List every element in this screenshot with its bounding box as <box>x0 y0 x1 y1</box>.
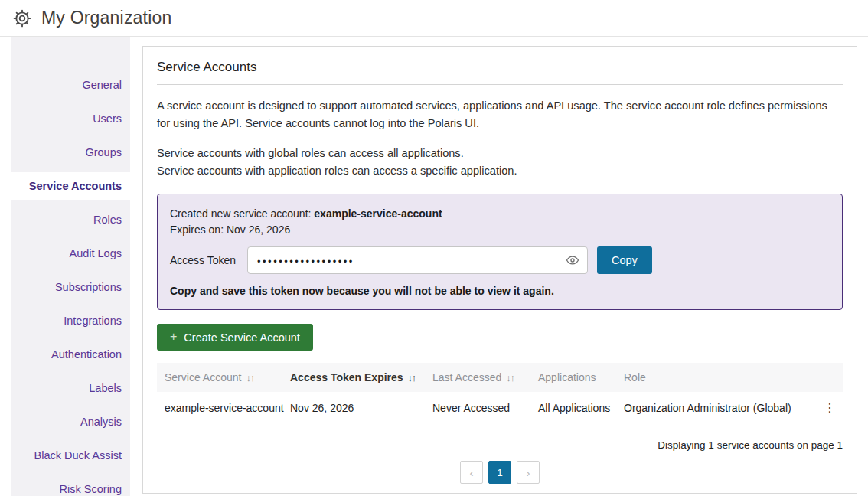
sidebar-item-authentication[interactable]: Authentication <box>11 341 130 368</box>
column-header-service-account[interactable]: Service Account↓↑ <box>157 371 290 383</box>
eye-icon <box>566 253 579 267</box>
previous-page-button[interactable]: ‹ <box>460 461 483 484</box>
show-token-button[interactable] <box>564 252 581 269</box>
sidebar-item-risk-scoring[interactable]: Risk Scoring <box>11 475 130 496</box>
sidebar-item-black-duck-assist[interactable]: Black Duck Assist <box>11 442 130 469</box>
masked-token-value: •••••••••••••••••• <box>257 256 354 266</box>
table-row: example-service-account Nov 26, 2026 Nev… <box>157 392 843 424</box>
access-token-input[interactable]: •••••••••••••••••• <box>247 246 588 274</box>
sort-icon: ↓↑ <box>408 373 416 383</box>
global-roles-text: Service accounts with global roles can a… <box>157 145 843 162</box>
sidebar-item-audit-logs[interactable]: Audit Logs <box>11 240 130 267</box>
token-warning-text: Copy and save this token now because you… <box>170 285 830 297</box>
sidebar-item-integrations[interactable]: Integrations <box>11 307 130 334</box>
column-header-last-accessed[interactable]: Last Accessed↓↑ <box>432 371 538 383</box>
sidebar-item-general[interactable]: General <box>11 71 130 99</box>
page-title: My Organization <box>41 8 171 28</box>
section-title: Service Accounts <box>157 60 843 75</box>
sidebar-item-labels[interactable]: Labels <box>11 374 130 402</box>
next-page-button[interactable]: › <box>517 461 540 484</box>
title-divider <box>157 84 843 85</box>
sidebar-item-subscriptions[interactable]: Subscriptions <box>11 273 130 301</box>
cell-last-accessed: Never Accessed <box>432 402 538 414</box>
service-accounts-panel: Service Accounts A service account is de… <box>142 46 857 494</box>
settings-sidebar: General Users Groups Service Accounts Ro… <box>11 37 130 496</box>
gear-icon <box>12 8 32 28</box>
column-header-applications: Applications <box>538 371 624 383</box>
sidebar-item-groups[interactable]: Groups <box>11 139 130 166</box>
app-header: My Organization <box>0 0 868 37</box>
expires-line: Expires on: Nov 26, 2026 <box>170 222 830 238</box>
table-header-row: Service Account↓↑ Access Token Expires↓↑… <box>157 363 843 392</box>
page-1-button[interactable]: 1 <box>488 461 511 484</box>
cell-role: Organization Administrator (Global) <box>624 402 817 414</box>
sidebar-item-users[interactable]: Users <box>11 105 130 132</box>
sidebar-item-roles[interactable]: Roles <box>11 206 130 233</box>
cell-applications: All Applications <box>538 402 624 414</box>
sidebar-item-analysis[interactable]: Analysis <box>11 408 130 436</box>
create-service-account-button[interactable]: + Create Service Account <box>157 324 313 351</box>
pagination: ‹ 1 › <box>157 461 843 484</box>
row-menu-icon[interactable]: ⋮ <box>824 402 836 414</box>
cell-service-account: example-service-account <box>157 402 290 414</box>
created-prefix: Created new service account: <box>170 207 314 220</box>
access-token-row: Access Token •••••••••••••••••• Copy <box>170 246 830 274</box>
create-button-label: Create Service Account <box>184 331 300 344</box>
token-created-alert: Created new service account: example-ser… <box>157 194 843 310</box>
pagination-summary: Displaying 1 service accounts on page 1 <box>157 439 843 451</box>
created-account-name: example-service-account <box>314 207 442 220</box>
sidebar-item-service-accounts[interactable]: Service Accounts <box>11 172 130 200</box>
plus-icon: + <box>170 331 177 343</box>
created-line: Created new service account: example-ser… <box>170 206 830 222</box>
access-token-label: Access Token <box>170 254 237 266</box>
copy-token-button[interactable]: Copy <box>597 246 652 274</box>
application-roles-text: Service accounts with application roles … <box>157 162 843 180</box>
intro-text: A service account is designed to support… <box>157 97 843 132</box>
cell-access-token-expires: Nov 26, 2026 <box>290 402 432 414</box>
column-header-role: Role <box>624 371 817 383</box>
column-header-access-token-expires[interactable]: Access Token Expires↓↑ <box>290 371 432 383</box>
service-accounts-table: Service Account↓↑ Access Token Expires↓↑… <box>157 363 843 424</box>
sort-icon: ↓↑ <box>246 373 254 383</box>
sort-icon: ↓↑ <box>506 373 514 383</box>
